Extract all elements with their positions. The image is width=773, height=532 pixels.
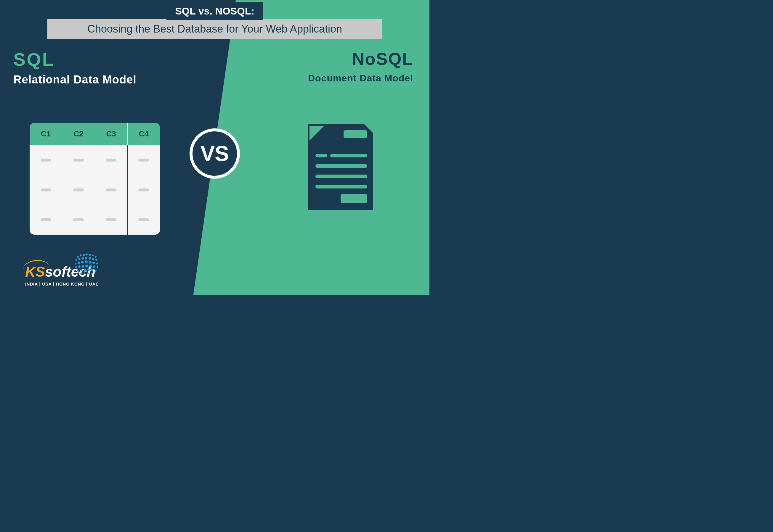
table-cell: [128, 175, 160, 205]
svg-point-17: [85, 257, 87, 259]
svg-point-14: [75, 259, 77, 261]
table-cell: [128, 145, 160, 175]
nosql-section: NoSQL Document Data Model: [308, 49, 413, 84]
svg-point-18: [88, 257, 91, 259]
table-cell: [95, 145, 128, 175]
table-row: [30, 145, 160, 175]
svg-point-20: [95, 259, 97, 261]
svg-rect-1: [315, 154, 327, 157]
table-cell: [128, 205, 160, 235]
svg-point-27: [96, 263, 98, 265]
svg-point-30: [82, 265, 84, 268]
title-subtitle: Choosing the Best Database for Your Web …: [47, 19, 382, 39]
svg-point-32: [89, 265, 92, 268]
svg-point-40: [95, 270, 96, 272]
table-header: C1 C2 C3 C4: [30, 123, 160, 145]
table-cell: [62, 205, 95, 235]
svg-point-25: [89, 261, 91, 264]
svg-point-24: [85, 260, 88, 263]
svg-point-33: [93, 265, 95, 268]
table-cell: [62, 145, 95, 175]
table-col-header: C1: [30, 123, 62, 145]
vs-badge: VS: [189, 128, 240, 179]
svg-point-21: [75, 263, 76, 265]
svg-point-39: [91, 269, 93, 271]
table-cell: [30, 175, 62, 205]
svg-point-15: [78, 258, 80, 260]
svg-rect-4: [315, 175, 367, 178]
table-cell: [62, 175, 95, 205]
table-icon: C1 C2 C3 C4: [30, 123, 160, 235]
logo-main: KSsoftech: [25, 264, 99, 280]
vs-text: VS: [201, 141, 229, 166]
svg-point-37: [84, 269, 86, 271]
globe-icon: [72, 252, 101, 276]
table-cell: [30, 205, 62, 235]
svg-point-10: [86, 254, 88, 256]
svg-point-13: [95, 256, 96, 258]
svg-point-31: [85, 265, 88, 267]
nosql-label: NoSQL: [308, 49, 413, 69]
table-row: [30, 175, 160, 205]
table-cell: [95, 205, 128, 235]
diagram-container: SQL vs. NOSQL: Choosing the Best Databas…: [0, 0, 429, 295]
table-cell: [95, 175, 128, 205]
svg-point-44: [91, 273, 92, 275]
table-row: [30, 205, 160, 235]
sql-label: SQL: [13, 49, 136, 70]
svg-point-8: [80, 254, 82, 256]
svg-rect-3: [315, 164, 367, 168]
svg-point-19: [92, 258, 94, 260]
svg-point-12: [92, 254, 94, 256]
svg-point-22: [78, 262, 80, 264]
svg-point-34: [96, 266, 98, 268]
title-main: SQL vs. NOSQL:: [166, 2, 263, 20]
svg-rect-5: [315, 185, 367, 188]
table-col-header: C3: [95, 123, 128, 145]
svg-point-16: [81, 257, 84, 259]
svg-point-9: [83, 254, 85, 256]
svg-rect-2: [330, 154, 367, 157]
svg-point-26: [92, 262, 95, 264]
svg-point-28: [75, 266, 77, 268]
svg-point-7: [77, 256, 79, 258]
table-cell: [30, 145, 62, 175]
svg-point-38: [87, 269, 90, 271]
nosql-subtitle: Document Data Model: [308, 73, 413, 84]
logo-locations: INDIA | USA | HONG KONG | UAE: [25, 282, 99, 286]
svg-point-42: [83, 273, 85, 274]
svg-point-43: [87, 273, 89, 274]
svg-rect-6: [341, 194, 367, 203]
svg-point-11: [89, 254, 91, 256]
sql-section: SQL Relational Data Model: [13, 49, 136, 86]
logo: KSsoftech: [25, 264, 99, 286]
svg-point-29: [78, 265, 80, 268]
title-banner: SQL vs. NOSQL: Choosing the Best Databas…: [47, 2, 382, 39]
table-col-header: C4: [128, 123, 160, 145]
table-col-header: C2: [62, 123, 95, 145]
svg-point-23: [81, 261, 84, 264]
table-body: [30, 145, 160, 235]
svg-point-41: [80, 273, 82, 275]
sql-subtitle: Relational Data Model: [13, 73, 136, 86]
document-icon: [299, 118, 388, 225]
svg-point-36: [80, 269, 83, 271]
svg-rect-0: [344, 130, 367, 138]
svg-point-35: [77, 270, 79, 272]
